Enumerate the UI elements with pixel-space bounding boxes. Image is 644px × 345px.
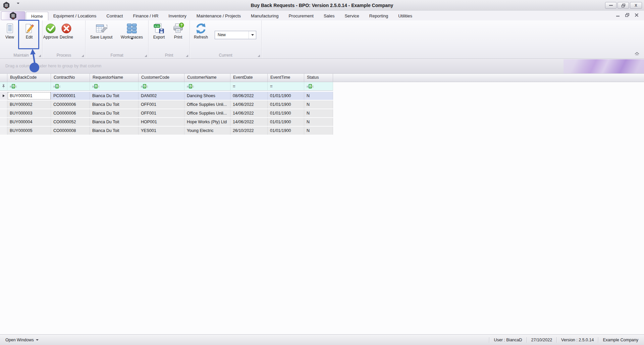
table-cell[interactable]: DAN002	[139, 92, 184, 100]
approve-button[interactable]: Approve	[41, 21, 60, 50]
table-row[interactable]: BUY000003CO0000006Bianca Du ToitOFF001Of…	[0, 109, 333, 117]
column-header-customername[interactable]: CustomerName	[184, 74, 230, 82]
tab-manufacturing[interactable]: Manufacturing	[246, 12, 283, 20]
tab-contract[interactable]: Contract	[101, 12, 128, 20]
table-cell[interactable]: 01/01/1900	[268, 118, 304, 126]
tab-inventory[interactable]: Inventory	[163, 12, 191, 20]
tab-reporting[interactable]: Reporting	[364, 12, 393, 20]
dropdown-arrow-icon[interactable]	[249, 31, 256, 39]
table-cell[interactable]: Bianca Du Toit	[90, 109, 139, 117]
table-cell[interactable]: Bianca Du Toit	[90, 118, 139, 126]
table-cell[interactable]: 08/06/2022	[230, 92, 268, 100]
table-cell[interactable]: N	[304, 92, 333, 100]
tab-equipment-locations[interactable]: Equipment / Locations	[48, 12, 102, 20]
filter-cell-buybackcode[interactable]: aBc	[7, 82, 51, 91]
tab-finance-hr[interactable]: Finance / HR	[128, 12, 163, 20]
window-restore-button[interactable]	[618, 2, 629, 9]
group-dialog-launcher-icon[interactable]	[145, 55, 147, 57]
table-cell[interactable]: Young Electric	[184, 127, 230, 135]
group-by-bar[interactable]: Drag a column header here to group by th…	[0, 59, 644, 74]
decline-button[interactable]: Decline	[58, 21, 75, 50]
group-dialog-launcher-icon[interactable]	[258, 55, 260, 57]
view-button[interactable]: View	[2, 21, 18, 50]
workspaces-dropdown-icon[interactable]	[130, 38, 133, 44]
open-windows-button[interactable]: Open Windows	[5, 335, 39, 345]
window-minimize-button[interactable]	[605, 2, 616, 9]
column-header-eventdate[interactable]: EventDate	[230, 74, 268, 82]
child-close-button[interactable]	[635, 13, 639, 17]
column-header-requestorname[interactable]: RequestorName	[90, 74, 139, 82]
filter-cell-requestorname[interactable]: aBc	[90, 82, 139, 91]
row-indicator-cell[interactable]	[0, 118, 7, 126]
table-cell[interactable]: OFF001	[139, 100, 184, 109]
table-cell[interactable]: 14/06/2022	[230, 118, 268, 126]
column-header-buybackcode[interactable]: BuyBackCode	[7, 74, 51, 82]
group-dialog-launcher-icon[interactable]	[82, 55, 84, 57]
table-cell[interactable]: N	[304, 127, 333, 135]
table-cell[interactable]: N	[304, 109, 333, 117]
tab-maintenance-projects[interactable]: Maintenance / Projects	[192, 12, 246, 20]
table-cell[interactable]: PC0000001	[51, 92, 90, 100]
row-indicator-cell[interactable]	[0, 127, 7, 135]
table-cell[interactable]: CO0000006	[51, 109, 90, 117]
refresh-button[interactable]: Refresh	[191, 21, 211, 50]
column-header-customercode[interactable]: CustomerCode	[139, 74, 184, 82]
filter-cell-contractno[interactable]: aBc	[51, 82, 90, 91]
tab-service[interactable]: Service	[339, 12, 364, 20]
table-cell[interactable]: CO0000006	[51, 100, 90, 109]
tab-procurement[interactable]: Procurement	[283, 12, 318, 20]
filter-cell-status[interactable]: aBc	[304, 82, 333, 91]
table-row[interactable]: BUY000002CO0000006Bianca Du ToitOFF001Of…	[0, 100, 333, 109]
table-cell[interactable]: N	[304, 118, 333, 126]
table-cell[interactable]: BUY000005	[7, 127, 51, 135]
table-cell[interactable]: Bianca Du Toit	[90, 127, 139, 135]
table-cell[interactable]: 14/06/2022	[230, 109, 268, 117]
table-row[interactable]: BUY000001PC0000001Bianca Du ToitDAN002Da…	[0, 92, 333, 100]
table-cell[interactable]: Dancing Shoes	[184, 92, 230, 100]
table-cell[interactable]: Office Supplies Unli...	[184, 109, 230, 117]
column-header-contractno[interactable]: ContractNo	[51, 74, 90, 82]
table-cell[interactable]: Bianca Du Toit	[90, 100, 139, 109]
tab-utilities[interactable]: Utilities	[393, 12, 417, 20]
table-cell[interactable]: 26/10/2022	[230, 127, 268, 135]
table-row[interactable]: BUY000004CO0000052Bianca Du ToitHOP001Ho…	[0, 118, 333, 126]
filter-cell-eventdate[interactable]: =	[230, 82, 268, 91]
filter-cell-customercode[interactable]: aBc	[139, 82, 184, 91]
application-menu-button[interactable]	[1, 11, 25, 20]
column-header-eventtime[interactable]: EventTime	[268, 74, 304, 82]
table-cell[interactable]: 01/01/1900	[268, 109, 304, 117]
print-button[interactable]: ? Print	[170, 21, 186, 50]
table-cell[interactable]: CO0000052	[51, 118, 90, 126]
ribbon-collapse-icon[interactable]	[634, 51, 640, 57]
table-cell[interactable]: BUY000001	[7, 92, 51, 100]
table-cell[interactable]: OFF001	[139, 109, 184, 117]
row-indicator-cell[interactable]	[0, 100, 7, 109]
table-cell[interactable]: BUY000002	[7, 100, 51, 109]
filter-pin-cell[interactable]	[0, 82, 7, 91]
group-dialog-launcher-icon[interactable]	[39, 55, 41, 57]
quick-access-dropdown-icon[interactable]	[17, 4, 20, 10]
window-close-button[interactable]: X	[630, 2, 642, 9]
edit-button[interactable]: Edit	[19, 21, 39, 50]
table-cell[interactable]: 01/01/1900	[268, 92, 304, 100]
table-cell[interactable]: 01/01/1900	[268, 100, 304, 109]
tab-sales[interactable]: Sales	[319, 12, 340, 20]
row-indicator-cell[interactable]	[0, 92, 7, 100]
table-cell[interactable]: N	[304, 100, 333, 109]
table-row[interactable]: BUY000005CO0000008Bianca Du ToitYES001Yo…	[0, 127, 333, 135]
table-cell[interactable]: Office Supplies Unli...	[184, 100, 230, 109]
export-button[interactable]: XLSX Export	[150, 21, 168, 50]
table-cell[interactable]: BUY000004	[7, 118, 51, 126]
table-cell[interactable]: HOP001	[139, 118, 184, 126]
column-header-status[interactable]: Status	[304, 74, 333, 82]
workspaces-button[interactable]: Workspaces	[117, 21, 146, 50]
row-indicator-cell[interactable]	[0, 109, 7, 117]
child-minimize-button[interactable]	[616, 13, 620, 17]
filter-cell-eventtime[interactable]: =	[268, 82, 304, 91]
table-cell[interactable]: CO0000008	[51, 127, 90, 135]
table-cell[interactable]: Bianca Du Toit	[90, 92, 139, 100]
table-cell[interactable]: Hope Works (Pty) Ltd	[184, 118, 230, 126]
current-status-dropdown[interactable]: New	[215, 31, 256, 39]
table-cell[interactable]: 01/01/1900	[268, 127, 304, 135]
save-layout-button[interactable]: Save Layout	[87, 21, 115, 50]
